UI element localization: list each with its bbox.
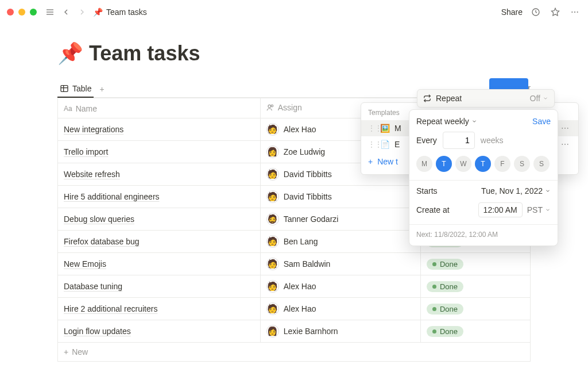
page-title: 📌 Team tasks [57,41,531,66]
status-badge[interactable]: Done [427,281,463,292]
text-prop-icon: Aa [64,105,72,113]
task-name[interactable]: Debug slow queries [64,214,134,224]
weekday-toggle[interactable]: T [436,156,452,172]
page-heading: Team tasks [89,41,200,66]
assignee: Tanner Godarzi [284,214,339,224]
assignee: Lexie Barnhorn [284,327,338,336]
drag-handle-icon[interactable]: ⋮⋮ [368,124,375,132]
table-row[interactable]: Database tuning🧑Alex HaoDone [58,275,531,298]
avatar: 🧑 [266,123,279,136]
task-name[interactable]: New integrations [64,125,123,134]
share-button[interactable]: Share [501,7,523,17]
avatar: 🧑 [266,190,279,203]
table-row[interactable]: Login flow updates👩Lexie BarnhornDone [58,320,531,343]
task-name[interactable]: Website refresh [64,170,120,179]
svg-point-12 [271,105,273,107]
weekday-toggle[interactable]: W [455,156,471,172]
column-name[interactable]: Aa Name [58,98,261,118]
task-name[interactable]: Firefox database bug [64,237,140,246]
drag-handle-icon[interactable]: ⋮⋮ [368,140,375,148]
weekday-toggle[interactable]: S [514,156,530,172]
menu-icon[interactable] [44,6,56,18]
plus-icon: + [368,157,373,166]
back-icon[interactable] [60,6,72,18]
favorite-icon[interactable] [549,6,562,18]
task-name[interactable]: Trello import [64,147,108,156]
weekday-toggle[interactable]: T [475,156,491,172]
starts-value[interactable]: Tue, Nov 1, 2022 [481,186,551,195]
assignee: Ben Lang [284,237,318,246]
avatar: 👩 [266,325,279,338]
more-icon[interactable] [568,6,581,18]
template-more-icon[interactable]: ⋯ [559,140,571,149]
repeat-mode-select[interactable]: Repeat weekly [416,117,477,126]
repeat-toggle[interactable]: Repeat Off [417,89,555,108]
close-window[interactable] [7,9,14,16]
task-name[interactable]: Database tuning [64,282,122,291]
svg-point-11 [268,105,271,108]
avatar: 🧑 [266,302,279,315]
assignee: Sam Baldwin [284,259,331,269]
updates-icon[interactable] [529,6,542,18]
weekday-picker: MTWTFSS [416,156,551,172]
next-occurrence: Next: 11/8/2022, 12:00 AM [416,231,551,239]
window-controls [7,9,37,16]
avatar: 🧑 [266,258,279,270]
repeat-icon [423,94,431,102]
table-row[interactable]: New Emojis🧑Sam BaldwinDone [58,253,531,275]
assignee: David Tibbitts [284,192,332,201]
weekday-toggle[interactable]: F [494,156,510,172]
chevron-down-icon [471,118,477,124]
add-view-button[interactable]: + [99,85,104,94]
chevron-down-icon [545,188,551,194]
repeat-label: Repeat [436,94,462,103]
every-label: Every [416,136,437,145]
every-unit: weeks [481,136,504,145]
topbar: 📌 Team tasks Share [0,0,588,24]
person-prop-icon [266,103,274,112]
topbar-actions: Share [501,6,581,18]
page-icon[interactable]: 📌 [57,41,83,66]
forward-icon[interactable] [76,6,88,18]
task-name[interactable]: New Emojis [64,259,106,269]
status-badge[interactable]: Done [427,304,463,315]
maximize-window[interactable] [30,9,37,16]
breadcrumb-icon: 📌 [93,7,103,17]
avatar: 🧑 [266,235,279,248]
create-time-input[interactable]: 12:00 AM [478,202,523,217]
template-label: M [394,124,401,133]
breadcrumb[interactable]: 📌 Team tasks [93,7,147,17]
template-label: E [394,140,400,149]
repeat-value: Off [530,94,548,103]
avatar: 👩 [266,145,279,158]
svg-rect-8 [61,86,68,92]
table-row[interactable]: Hire 2 additional recruiters🧑Alex HaoDon… [58,298,531,320]
repeat-panel: Repeat weekly Save Every weeks MTWTFSS S… [409,109,558,246]
view-tab-table[interactable]: Table [57,80,94,98]
timezone-select[interactable]: PST [527,205,551,214]
template-icon: 📄 [380,139,390,150]
assignee: David Tibbitts [284,170,332,179]
task-name[interactable]: Login flow updates [64,327,131,336]
status-badge[interactable]: Done [427,259,463,270]
svg-marker-4 [551,8,559,16]
avatar: 🧔 [266,213,279,225]
every-input[interactable] [443,132,475,149]
minimize-window[interactable] [18,9,25,16]
svg-point-7 [577,12,578,13]
plus-icon: + [64,347,68,356]
table-icon [60,84,69,93]
template-more-icon[interactable]: ⋯ [559,124,571,133]
task-name[interactable]: Hire 2 additional recruiters [64,304,157,313]
assignee: Alex Hao [284,125,316,134]
assignee: Alex Hao [284,304,316,313]
status-badge[interactable]: Done [427,326,463,337]
svg-point-6 [574,12,575,13]
weekday-toggle[interactable]: S [533,156,550,172]
save-button[interactable]: Save [532,117,551,126]
template-icon: 🖼️ [380,123,390,133]
new-row[interactable]: +New [58,343,531,362]
task-name[interactable]: Hire 5 additional engineers [64,192,160,201]
create-at-label: Create at [416,205,450,214]
weekday-toggle[interactable]: M [416,156,432,172]
